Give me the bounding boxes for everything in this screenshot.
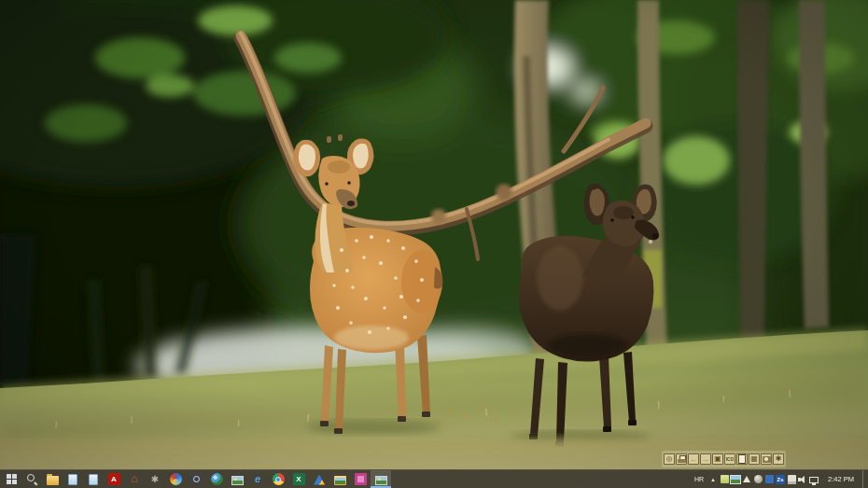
print-icon bbox=[678, 455, 686, 464]
green-app-icon bbox=[721, 475, 729, 483]
home-app-icon: ⌂ bbox=[129, 473, 141, 485]
taskbar-google-drive-button[interactable] bbox=[309, 470, 329, 488]
circle-dot-icon: ◎ bbox=[666, 454, 673, 464]
taskbar-search-button[interactable] bbox=[21, 470, 42, 488]
document-app-2-icon bbox=[89, 474, 98, 485]
document-app-1-icon bbox=[68, 474, 77, 485]
zs-app-icon: Zs bbox=[776, 475, 785, 484]
tray-icons: Zs bbox=[719, 470, 819, 488]
circle-dot-button[interactable]: ◎ bbox=[664, 453, 675, 465]
gray-paw-app-icon: ✱ bbox=[149, 473, 161, 485]
adobe-reader-icon: A bbox=[108, 473, 120, 485]
tools-button[interactable]: ✱ bbox=[773, 453, 784, 465]
tray-zs-app-button[interactable]: Zs bbox=[775, 470, 786, 488]
start-icon bbox=[7, 474, 17, 484]
thumbnails-button[interactable]: ▦ bbox=[749, 453, 760, 465]
camera-icon bbox=[763, 456, 771, 463]
taskbar-excel-button[interactable]: X bbox=[288, 470, 309, 488]
wallpaper-image bbox=[0, 0, 868, 488]
previous-icon: ← bbox=[690, 454, 698, 464]
tray-volume-button[interactable] bbox=[797, 470, 808, 488]
photo-viewer-toolbar: ◎←→▣ICO▦✱ bbox=[662, 451, 786, 467]
taskbar-pictures-folder-button[interactable] bbox=[329, 470, 350, 488]
taskbar-file-explorer-button[interactable] bbox=[42, 470, 63, 488]
show-desktop-button[interactable] bbox=[862, 470, 868, 488]
taskbar: A⌂✱eX HR ▲ Zs 2:42 PM bbox=[0, 469, 868, 488]
tray-clock[interactable]: 2:42 PM bbox=[819, 475, 862, 483]
language-indicator[interactable]: HR bbox=[691, 476, 707, 482]
pinwheel-app-icon bbox=[170, 473, 182, 485]
tray-photo-app-button[interactable] bbox=[730, 470, 741, 488]
ico-convert-button[interactable]: ICO bbox=[724, 453, 735, 465]
taskbar-magenta-app-button[interactable] bbox=[350, 470, 371, 488]
taskbar-apps: A⌂✱eX bbox=[1, 470, 391, 488]
chevron-up-icon: ▲ bbox=[710, 470, 716, 488]
tray-blue-app-button[interactable] bbox=[763, 470, 775, 488]
next-icon: → bbox=[702, 454, 710, 464]
tray-white-app-button[interactable] bbox=[786, 470, 797, 488]
excel-icon: X bbox=[293, 473, 305, 485]
tray-upload-app-button[interactable] bbox=[741, 470, 752, 488]
tray-green-app-button[interactable] bbox=[719, 470, 730, 488]
taskbar-google-earth-button[interactable] bbox=[206, 470, 227, 488]
ico-convert-icon: ICO bbox=[726, 454, 734, 464]
upload-app-icon bbox=[743, 476, 750, 482]
previous-button[interactable]: ← bbox=[688, 453, 699, 465]
compass-browser-icon bbox=[190, 473, 203, 485]
taskbar-photos-app-button[interactable] bbox=[227, 470, 247, 488]
photo-app-icon bbox=[730, 475, 741, 484]
tray-network-button[interactable] bbox=[808, 470, 819, 488]
taskbar-gray-paw-app-button[interactable]: ✱ bbox=[145, 470, 165, 488]
next-button[interactable]: → bbox=[700, 453, 711, 465]
taskbar-adobe-reader-button[interactable]: A bbox=[104, 470, 124, 488]
tools-icon: ✱ bbox=[776, 454, 782, 464]
taskbar-image-viewer-button[interactable] bbox=[371, 470, 391, 488]
taskbar-start-button[interactable] bbox=[1, 470, 21, 488]
gray-sphere-app-icon bbox=[754, 475, 763, 483]
file-button[interactable] bbox=[736, 453, 748, 465]
desktop[interactable]: ◎←→▣ICO▦✱ A⌂✱eX HR ▲ Zs 2:42 PM bbox=[0, 0, 868, 488]
search-icon bbox=[26, 473, 38, 485]
file-icon bbox=[738, 454, 746, 464]
volume-icon bbox=[798, 475, 807, 484]
google-earth-icon bbox=[211, 473, 223, 485]
taskbar-compass-browser-button[interactable] bbox=[186, 470, 206, 488]
network-icon bbox=[809, 477, 819, 483]
white-app-icon bbox=[788, 475, 796, 484]
tray-gray-sphere-app-button[interactable] bbox=[752, 470, 763, 488]
taskbar-document-app-2-button[interactable] bbox=[83, 470, 104, 488]
slideshow-icon: ▣ bbox=[714, 454, 721, 464]
slideshow-button[interactable]: ▣ bbox=[712, 453, 723, 465]
internet-explorer-icon: e bbox=[252, 473, 264, 485]
system-tray: HR ▲ Zs 2:42 PM bbox=[691, 470, 868, 488]
taskbar-home-app-button[interactable]: ⌂ bbox=[124, 470, 145, 488]
camera-button[interactable] bbox=[761, 453, 772, 465]
magenta-app-icon bbox=[355, 473, 367, 485]
file-explorer-icon bbox=[47, 476, 59, 485]
taskbar-chrome-button[interactable] bbox=[268, 470, 288, 488]
taskbar-internet-explorer-button[interactable]: e bbox=[247, 470, 268, 488]
photos-app-icon bbox=[231, 476, 244, 485]
pictures-folder-icon bbox=[334, 476, 346, 485]
print-button[interactable] bbox=[676, 453, 687, 465]
blue-app-icon bbox=[765, 475, 774, 483]
hidden-icons-button[interactable]: ▲ bbox=[707, 470, 719, 488]
thumbnails-icon: ▦ bbox=[750, 454, 758, 464]
taskbar-pinwheel-app-button[interactable] bbox=[165, 470, 186, 488]
image-viewer-icon bbox=[375, 476, 387, 485]
google-drive-icon bbox=[314, 475, 325, 485]
taskbar-document-app-1-button[interactable] bbox=[63, 470, 83, 488]
chrome-icon bbox=[273, 473, 285, 485]
